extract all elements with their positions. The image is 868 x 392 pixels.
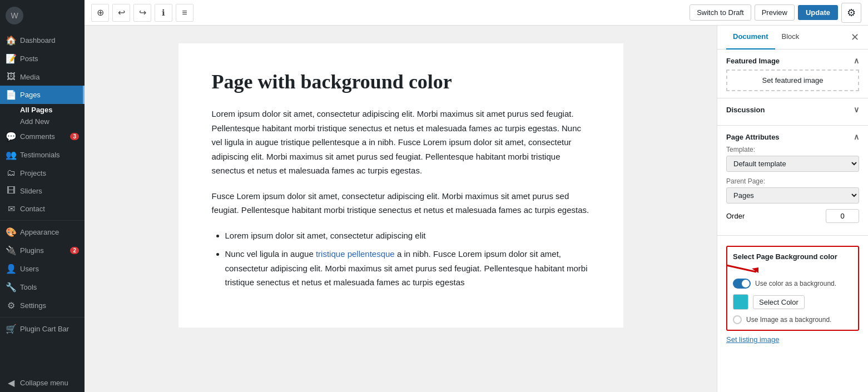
discussion-section: Discussion ∨ — [717, 98, 868, 126]
use-image-radio[interactable] — [733, 315, 742, 324]
sidebar-sub-add-new[interactable]: Add New — [0, 116, 85, 127]
wp-logo-icon: W — [6, 7, 23, 24]
sidebar-item-testimonials[interactable]: 👥 Testimonials — [0, 146, 85, 164]
featured-image-section: Featured Image ∧ Set featured image — [717, 49, 868, 98]
settings-button[interactable]: ⚙ — [841, 3, 861, 23]
tab-document[interactable]: Document — [726, 26, 775, 49]
sidebar-item-label: Posts — [20, 54, 38, 63]
contact-icon: ✉ — [6, 204, 17, 214]
color-swatch[interactable] — [733, 294, 748, 310]
discussion-header[interactable]: Discussion ∨ — [726, 105, 859, 114]
sidebar-item-label: Comments — [20, 132, 55, 141]
tab-block[interactable]: Block — [775, 26, 806, 49]
featured-image-header[interactable]: Featured Image ∧ — [726, 56, 859, 65]
sidebar-item-label: Users — [20, 265, 39, 273]
collapse-icon: ◀ — [6, 378, 17, 388]
bg-color-section: Select Page Background color Use color a… — [726, 246, 859, 331]
sidebar-item-label: Plugin Cart Bar — [20, 325, 69, 333]
switch-to-draft-button[interactable]: Switch to Draft — [690, 4, 751, 21]
order-input[interactable] — [826, 209, 859, 223]
collapse-label: Collapse menu — [20, 379, 68, 387]
red-arrow-icon — [724, 261, 763, 274]
sidebar-item-label: Tools — [20, 283, 37, 291]
update-button[interactable]: Update — [798, 5, 838, 20]
sidebar-item-users[interactable]: 👤 Users — [0, 260, 85, 278]
info-button[interactable]: ℹ — [155, 4, 172, 22]
sidebar-item-posts[interactable]: 📝 Posts — [0, 49, 85, 68]
undo-button[interactable]: ↩ — [112, 4, 130, 22]
plugin-cart-bar-icon: 🛒 — [6, 324, 17, 334]
sidebar-item-contact[interactable]: ✉ Contact — [0, 200, 85, 218]
select-color-label: Select Color — [759, 298, 798, 306]
sidebar-item-tools[interactable]: 🔧 Tools — [0, 278, 85, 296]
comments-icon: 💬 — [6, 131, 17, 142]
discussion-chevron-icon: ∨ — [854, 105, 859, 114]
use-color-toggle[interactable] — [733, 279, 751, 289]
sidebar-item-label: Settings — [20, 301, 46, 310]
sidebar-item-pages[interactable]: 📄 Pages — [0, 86, 85, 104]
appearance-icon: 🎨 — [6, 227, 17, 237]
featured-image-chevron-icon: ∧ — [854, 56, 859, 65]
sidebar-item-label: Projects — [20, 169, 46, 177]
set-listing-image-link[interactable]: Set listing image — [726, 335, 859, 344]
page-attributes-title: Page Attributes — [726, 133, 780, 141]
settings-gear-icon: ⚙ — [847, 7, 856, 19]
page-attributes-chevron-icon: ∧ — [854, 132, 859, 141]
sidebar-item-comments[interactable]: 💬 Comments 3 — [0, 127, 85, 146]
set-featured-image-button[interactable]: Set featured image — [726, 70, 859, 91]
close-icon: ✕ — [851, 31, 859, 43]
sidebar-item-projects[interactable]: 🗂 Projects — [0, 164, 85, 182]
sidebar-item-label: Media — [20, 73, 39, 81]
sidebar-item-collapse[interactable]: ◀ Collapse menu — [0, 374, 85, 392]
media-icon: 🖼 — [6, 72, 17, 82]
dashboard-icon: 🏠 — [6, 35, 17, 46]
parent-page-label: Parent Page: — [726, 177, 859, 185]
page-attributes-header[interactable]: Page Attributes ∧ — [726, 132, 859, 141]
editor-paragraph-2: Fusce Lorem ipsum dolor sit amet, consec… — [212, 189, 590, 217]
sidebar-sub-all-pages[interactable]: All Pages — [0, 104, 85, 116]
sidebar-divider — [0, 220, 85, 221]
bg-color-container: Select Page Background color Use color a… — [717, 236, 868, 348]
sidebar-item-label: Contact — [20, 205, 45, 213]
plugins-icon: 🔌 — [6, 245, 17, 256]
tools-menu-button[interactable]: ≡ — [176, 4, 194, 22]
set-featured-image-label: Set featured image — [762, 76, 824, 85]
all-pages-label: All Pages — [20, 106, 53, 114]
content-panel: Page with background color Lorem ipsum d… — [85, 26, 868, 392]
preview-button[interactable]: Preview — [755, 4, 795, 21]
page-attributes-section: Page Attributes ∧ Template: Default temp… — [717, 126, 868, 236]
order-label: Order — [726, 212, 745, 220]
undo-icon: ↩ — [118, 7, 125, 18]
use-color-label: Use color as a background. — [755, 280, 836, 287]
sidebar-item-plugins[interactable]: 🔌 Plugins 2 — [0, 241, 85, 260]
editor[interactable]: Page with background color Lorem ipsum d… — [85, 26, 717, 392]
sidebar-divider-2 — [0, 317, 85, 317]
sidebar-item-media[interactable]: 🖼 Media — [0, 68, 85, 86]
editor-paragraph-1: Lorem ipsum dolor sit amet, consectetur … — [212, 107, 590, 178]
use-image-label: Use Image as a background. — [746, 316, 831, 324]
select-color-button[interactable]: Select Color — [753, 295, 805, 309]
pages-icon: 📄 — [6, 90, 17, 100]
parent-page-select[interactable]: Pages — [726, 187, 859, 204]
redo-button[interactable]: ↪ — [133, 4, 151, 22]
add-block-button[interactable]: ⊕ — [91, 4, 109, 22]
sidebar-item-plugin-cart-bar[interactable]: 🛒 Plugin Cart Bar — [0, 320, 85, 338]
sidebar-item-dashboard[interactable]: 🏠 Dashboard — [0, 31, 85, 49]
sidebar-item-label: Pages — [20, 91, 41, 99]
switch-to-draft-label: Switch to Draft — [697, 8, 744, 17]
arrow-container — [733, 265, 852, 276]
editor-inner: Page with background color Lorem ipsum d… — [178, 43, 623, 328]
template-select[interactable]: Default template — [726, 156, 859, 172]
close-panel-button[interactable]: ✕ — [851, 26, 859, 49]
right-tabs: Document Block ✕ — [717, 26, 868, 49]
page-title: Page with background color — [212, 70, 590, 93]
sidebar-item-appearance[interactable]: 🎨 Appearance — [0, 223, 85, 241]
sidebar-item-settings[interactable]: ⚙ Settings — [0, 296, 85, 315]
list-item: Lorem ipsum dolor sit amet, consectetur … — [225, 229, 590, 243]
featured-image-title: Featured Image — [726, 57, 780, 65]
sidebar-item-sliders[interactable]: 🎞 Sliders — [0, 182, 85, 200]
info-icon: ℹ — [162, 8, 165, 18]
toolbar: ⊕ ↩ ↪ ℹ ≡ Switch to Draft Preview Update — [85, 0, 868, 26]
users-icon: 👤 — [6, 264, 17, 274]
sidebar-item-label: Appearance — [20, 228, 59, 236]
